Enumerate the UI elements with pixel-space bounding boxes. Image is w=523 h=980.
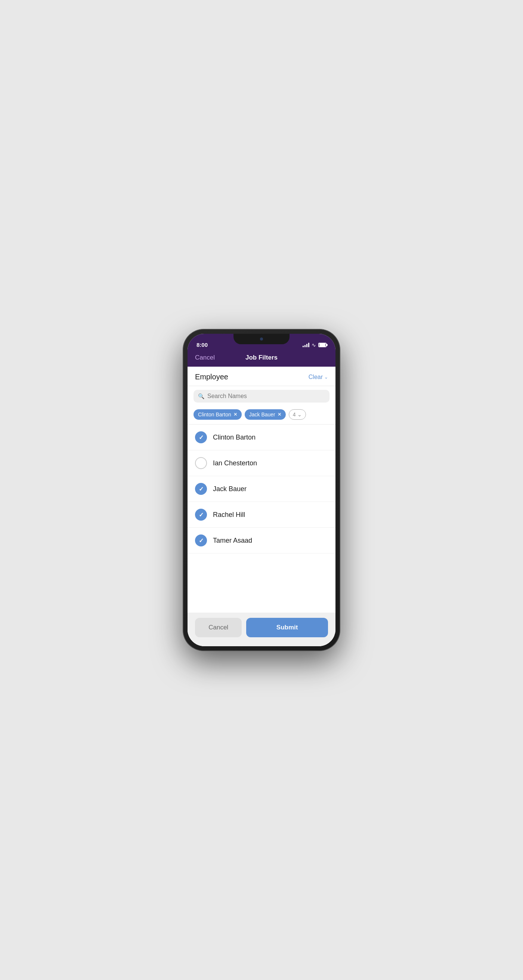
checkbox-ian-chesterton[interactable] [195, 457, 207, 469]
employee-name: Clinton Barton [213, 434, 256, 441]
section-header: Employee Clear ⌄ [188, 367, 335, 386]
tag-label: Jack Bauer [249, 412, 275, 417]
nav-title: Job Filters [245, 354, 278, 361]
tag-label: Clinton Barton [198, 412, 231, 417]
chevron-down-icon: ⌄ [324, 374, 328, 380]
employee-item-ian-chesterton[interactable]: Ian Chesterton [188, 450, 335, 476]
checkbox-tamer-asaad[interactable] [195, 535, 207, 546]
employee-item-clinton-barton[interactable]: Clinton Barton [188, 425, 335, 450]
employee-item-tamer-asaad[interactable]: Tamer Asaad [188, 528, 335, 554]
signal-icon [303, 343, 309, 347]
status-icons: ∿ [303, 342, 326, 348]
nav-bar: Cancel Job Filters [188, 350, 335, 367]
search-container: 🔍 [188, 386, 335, 406]
section-title: Employee [195, 373, 228, 381]
content-area: Employee Clear ⌄ 🔍 Clinton Barton ✕ [188, 367, 335, 646]
tags-row: Clinton Barton ✕ Jack Bauer ✕ 4 ⌄ [188, 406, 335, 424]
checkbox-clinton-barton[interactable] [195, 431, 207, 443]
cancel-button[interactable]: Cancel [195, 618, 242, 637]
employee-item-rachel-hill[interactable]: Rachel Hill [188, 502, 335, 528]
nav-cancel-button[interactable]: Cancel [195, 354, 215, 361]
tag-jack-bauer[interactable]: Jack Bauer ✕ [245, 409, 286, 420]
phone-screen: 8:00 ∿ Cancel Job Filters [188, 334, 335, 646]
chevron-down-icon: ⌄ [297, 412, 302, 417]
employee-list: Clinton Barton Ian Chesterton Jack Bauer… [188, 425, 335, 612]
employee-name: Jack Bauer [213, 485, 246, 493]
tag-clinton-barton[interactable]: Clinton Barton ✕ [194, 409, 242, 420]
battery-icon [318, 343, 326, 347]
search-input-wrap: 🔍 [194, 390, 329, 402]
employee-name: Tamer Asaad [213, 537, 252, 544]
tag-remove-icon[interactable]: ✕ [278, 412, 281, 417]
phone-frame: 8:00 ∿ Cancel Job Filters [183, 329, 340, 651]
tag-remove-icon[interactable]: ✕ [234, 412, 237, 417]
clear-label: Clear [308, 374, 323, 380]
search-input[interactable] [207, 393, 325, 399]
employee-item-jack-bauer[interactable]: Jack Bauer [188, 476, 335, 502]
submit-button[interactable]: Submit [246, 618, 328, 637]
employee-name: Ian Chesterton [213, 459, 257, 467]
clear-button[interactable]: Clear ⌄ [308, 374, 328, 380]
search-icon: 🔍 [198, 393, 204, 399]
checkbox-rachel-hill[interactable] [195, 509, 207, 521]
more-count-button[interactable]: 4 ⌄ [289, 409, 306, 420]
status-time: 8:00 [197, 342, 208, 348]
notch [234, 334, 289, 344]
wifi-icon: ∿ [312, 342, 316, 348]
employee-name: Rachel Hill [213, 511, 245, 519]
notch-dot [260, 337, 263, 340]
more-count-label: 4 [293, 412, 296, 417]
bottom-action-bar: Cancel Submit [188, 612, 335, 646]
checkbox-jack-bauer[interactable] [195, 483, 207, 495]
